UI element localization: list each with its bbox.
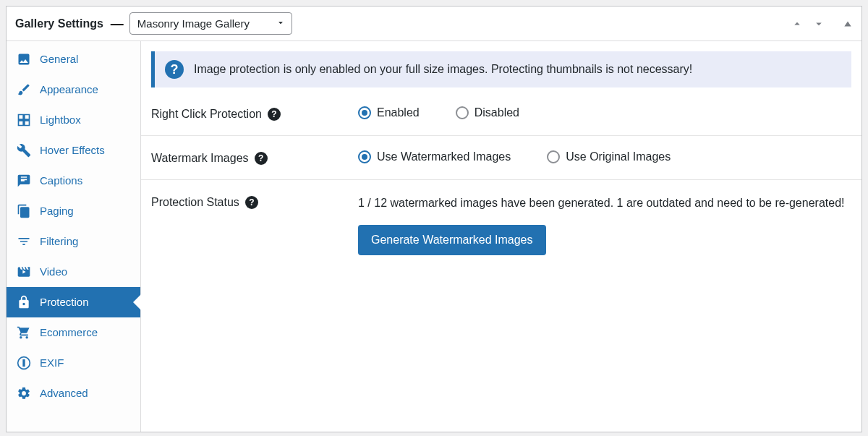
radio-group-right-click: Enabled Disabled: [358, 106, 851, 119]
page-title: Gallery Settings: [15, 17, 103, 30]
gear-icon: [17, 386, 31, 401]
help-icon[interactable]: ?: [268, 108, 281, 121]
sidebar-item-protection[interactable]: Protection: [7, 287, 140, 317]
sidebar-item-label: Video: [40, 265, 67, 278]
gallery-type-select[interactable]: Masonry Image Gallery: [129, 12, 292, 35]
image-icon: [17, 52, 31, 67]
protection-status-text: 1 / 12 watermarked images have been gene…: [358, 195, 851, 212]
sidebar-item-label: General: [40, 53, 78, 66]
collapse-toggle-icon[interactable]: —: [111, 17, 122, 30]
help-icon: ?: [165, 60, 184, 79]
info-icon: [17, 356, 31, 370]
lock-icon: [17, 295, 31, 309]
wrench-icon: [17, 143, 31, 158]
sidebar-item-label: Paging: [40, 205, 74, 218]
sidebar-item-paging[interactable]: Paging: [7, 196, 140, 226]
panel-header: Gallery Settings — Masonry Image Gallery: [7, 7, 861, 41]
grid-icon: [17, 113, 31, 127]
radio-enabled[interactable]: Enabled: [358, 106, 420, 119]
sidebar-item-captions[interactable]: Captions: [7, 166, 140, 196]
chat-icon: [17, 174, 31, 188]
sidebar-item-lightbox[interactable]: Lightbox: [7, 105, 140, 135]
brush-icon: [17, 82, 31, 97]
settings-content: ? Image protection is only enabled on yo…: [141, 41, 861, 432]
setting-row-right-click: Right Click Protection ? Enabled Disable…: [141, 92, 861, 136]
sidebar-item-label: Lightbox: [40, 114, 81, 127]
sidebar-item-filtering[interactable]: Filtering: [7, 226, 140, 257]
sidebar-item-general[interactable]: General: [7, 44, 140, 74]
sidebar-item-label: EXIF: [40, 356, 64, 369]
sidebar-item-video[interactable]: Video: [7, 257, 140, 287]
sidebar-item-label: Protection: [40, 296, 89, 309]
sidebar-item-hover-effects[interactable]: Hover Effects: [7, 135, 140, 166]
radio-dot-icon: [358, 150, 371, 163]
setting-label: Watermark Images ?: [151, 150, 329, 165]
setting-row-status: Protection Status ? 1 / 12 watermarked i…: [141, 180, 861, 270]
setting-label: Protection Status ?: [151, 195, 329, 209]
sidebar-item-label: Captions: [40, 174, 82, 187]
radio-dot-icon: [358, 106, 371, 119]
help-icon[interactable]: ?: [245, 196, 258, 209]
chevron-down-icon: [276, 17, 286, 30]
gallery-settings-panel: Gallery Settings — Masonry Image Gallery: [6, 6, 862, 432]
filter-icon: [17, 234, 31, 249]
video-icon: [17, 265, 31, 279]
settings-sidebar: General Appearance Lightbox Hover Effect…: [7, 41, 141, 432]
radio-use-watermarked[interactable]: Use Watermarked Images: [358, 150, 511, 163]
sidebar-item-label: Appearance: [40, 83, 98, 96]
radio-disabled[interactable]: Disabled: [456, 106, 519, 119]
move-down-icon[interactable]: [812, 17, 825, 30]
gallery-type-value: Masonry Image Gallery: [137, 17, 250, 30]
cart-icon: [17, 325, 31, 340]
notice-text: Image protection is only enabled on your…: [194, 63, 692, 76]
info-notice: ? Image protection is only enabled on yo…: [151, 51, 851, 87]
sidebar-item-label: Filtering: [40, 235, 78, 248]
sidebar-item-ecommerce[interactable]: Ecommerce: [7, 317, 140, 348]
sidebar-item-appearance[interactable]: Appearance: [7, 74, 140, 105]
sidebar-item-label: Hover Effects: [40, 144, 105, 157]
sidebar-item-label: Ecommerce: [40, 326, 98, 339]
sidebar-item-advanced[interactable]: Advanced: [7, 378, 140, 409]
radio-dot-icon: [456, 106, 469, 119]
pages-icon: [17, 204, 31, 218]
help-icon[interactable]: ?: [255, 152, 268, 165]
collapse-panel-icon[interactable]: [843, 19, 853, 29]
sidebar-item-label: Advanced: [40, 387, 88, 400]
sidebar-item-exif[interactable]: EXIF: [7, 348, 140, 378]
setting-label: Right Click Protection ?: [151, 106, 329, 121]
setting-row-watermark: Watermark Images ? Use Watermarked Image…: [141, 136, 861, 180]
radio-group-watermark: Use Watermarked Images Use Original Imag…: [358, 150, 851, 163]
radio-dot-icon: [547, 150, 560, 163]
move-up-icon[interactable]: [791, 17, 804, 30]
generate-watermarked-button[interactable]: Generate Watermarked Images: [358, 225, 546, 255]
radio-use-original[interactable]: Use Original Images: [547, 150, 671, 163]
